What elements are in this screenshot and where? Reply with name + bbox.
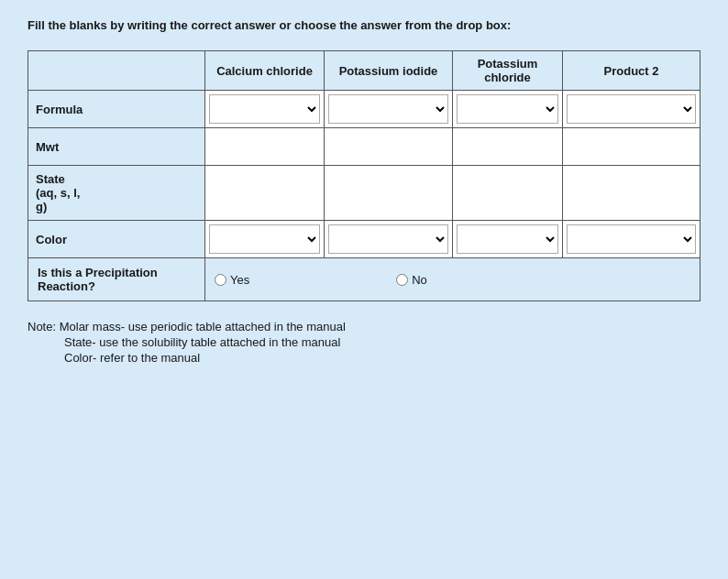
- mwt-product2-cell: [563, 128, 700, 166]
- yes-label: Yes: [230, 273, 249, 287]
- col-header-potassium-chloride: Potassiumchloride: [453, 51, 563, 91]
- note-3: Color- refer to the manual: [28, 351, 700, 365]
- mwt-product2-input[interactable]: [567, 132, 696, 161]
- state-product2-input[interactable]: [567, 170, 696, 216]
- formula-product2-cell: [563, 91, 700, 128]
- table-row-state: State(aq, s, l,g): [28, 166, 700, 221]
- formula-potassium-iodide-cell: [325, 91, 453, 128]
- radio-group: Yes No: [215, 268, 690, 292]
- main-table: Calcium chloride Potassium iodide Potass…: [28, 50, 700, 301]
- state-potassium-iodide-cell: [325, 166, 453, 221]
- table-row-precipitation: Is this a PrecipitationReaction? Yes No: [28, 258, 700, 301]
- col-header-product2: Product 2: [563, 51, 700, 91]
- row-label-mwt: Mwt: [28, 128, 205, 166]
- formula-potassium-chloride-cell: [453, 91, 563, 128]
- table-row-mwt: Mwt: [28, 128, 700, 166]
- color-potassium-iodide-select[interactable]: [328, 224, 448, 254]
- mwt-potassium-iodide-input[interactable]: [328, 132, 448, 161]
- color-potassium-chloride-cell: [453, 221, 563, 258]
- state-product2-cell: [563, 166, 700, 221]
- col-header-potassium-iodide: Potassium iodide: [325, 51, 453, 91]
- col-header-calcium-chloride: Calcium chloride: [205, 51, 325, 91]
- formula-calcium-cell: [205, 91, 325, 128]
- state-calcium-cell: [205, 166, 325, 221]
- row-label-formula: Formula: [28, 91, 205, 128]
- color-potassium-iodide-cell: [325, 221, 453, 258]
- state-calcium-input[interactable]: [209, 170, 320, 216]
- state-potassium-chloride-input[interactable]: [457, 170, 558, 216]
- table-wrapper: Calcium chloride Potassium iodide Potass…: [28, 50, 700, 301]
- notes-section: Note: Molar mass- use periodic table att…: [28, 320, 700, 365]
- mwt-potassium-chloride-cell: [453, 128, 563, 166]
- precipitation-options-cell: Yes No: [205, 258, 700, 301]
- mwt-potassium-iodide-cell: [325, 128, 453, 166]
- no-radio-label[interactable]: No: [396, 273, 427, 287]
- state-potassium-chloride-cell: [453, 166, 563, 221]
- formula-potassium-chloride-select[interactable]: [457, 94, 558, 124]
- mwt-calcium-cell: [205, 128, 325, 166]
- row-label-precipitation: Is this a PrecipitationReaction?: [28, 258, 205, 301]
- yes-radio-label[interactable]: Yes: [215, 273, 249, 287]
- row-label-color: Color: [28, 221, 205, 258]
- no-label: No: [412, 273, 427, 287]
- table-row-formula: Formula: [28, 91, 700, 128]
- formula-potassium-iodide-select[interactable]: [328, 94, 448, 124]
- color-calcium-select[interactable]: [209, 224, 320, 254]
- state-potassium-iodide-input[interactable]: [328, 170, 448, 216]
- color-potassium-chloride-select[interactable]: [457, 224, 558, 254]
- color-product2-cell: [563, 221, 700, 258]
- mwt-potassium-chloride-input[interactable]: [457, 132, 558, 161]
- note-2: State- use the solubility table attached…: [28, 335, 700, 349]
- formula-calcium-select[interactable]: [209, 94, 320, 124]
- note-1: Note: Molar mass- use periodic table att…: [28, 320, 700, 333]
- mwt-calcium-input[interactable]: [209, 132, 320, 161]
- formula-product2-select[interactable]: [567, 94, 696, 124]
- color-calcium-cell: [205, 221, 325, 258]
- instruction-text: Fill the blanks by writing the correct a…: [28, 18, 700, 32]
- col-header-empty: [28, 51, 205, 91]
- row-label-state: State(aq, s, l,g): [28, 166, 205, 221]
- color-product2-select[interactable]: [567, 224, 696, 254]
- no-radio[interactable]: [396, 274, 408, 286]
- yes-radio[interactable]: [215, 274, 226, 286]
- table-row-color: Color: [28, 221, 700, 258]
